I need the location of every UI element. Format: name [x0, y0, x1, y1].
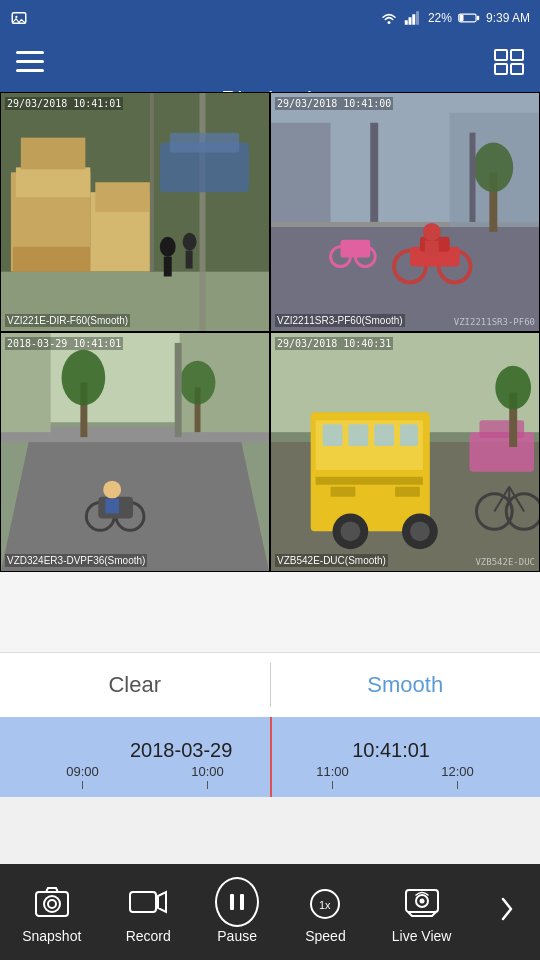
svg-rect-23 — [13, 247, 90, 272]
battery-text: 22% — [428, 11, 452, 25]
pause-icon — [215, 880, 259, 924]
svg-rect-80 — [331, 487, 356, 497]
tick-line-11 — [332, 781, 333, 789]
time-display: 9:39 AM — [486, 11, 530, 25]
tick-label-10: 10:00 — [191, 764, 224, 779]
svg-marker-99 — [158, 892, 166, 912]
speed-icon: 1x — [303, 880, 347, 924]
svg-point-42 — [473, 143, 513, 193]
svg-point-94 — [495, 366, 531, 410]
snapshot-icon — [30, 880, 74, 924]
quality-toggle-bar: Clear Smooth — [0, 652, 540, 717]
cam4-timestamp: 29/03/2018 10:40:31 — [275, 337, 393, 350]
smooth-button[interactable]: Smooth — [271, 653, 541, 717]
svg-rect-78 — [400, 424, 418, 446]
camera-cell-3[interactable]: 2018-03-29 10:41:01 VZD324ER3-DVPF36(Smo… — [0, 332, 270, 572]
svg-rect-81 — [395, 487, 420, 497]
svg-point-96 — [44, 896, 60, 912]
liveview-button[interactable]: Live View — [386, 880, 458, 944]
tick-label-12: 12:00 — [441, 764, 474, 779]
speed-button[interactable]: 1x Speed — [297, 880, 353, 944]
bottom-toolbar: Snapshot Record Pause 1x — [0, 864, 540, 960]
svg-rect-11 — [16, 60, 44, 63]
svg-point-97 — [48, 900, 56, 908]
layout-button[interactable] — [494, 49, 524, 79]
status-right: 22% 9:39 AM — [380, 11, 530, 25]
svg-rect-92 — [479, 420, 524, 438]
pause-button[interactable]: Pause — [209, 880, 265, 944]
chevron-right-icon — [500, 895, 514, 923]
svg-point-47 — [423, 223, 441, 241]
svg-rect-5 — [412, 14, 415, 25]
svg-rect-79 — [316, 477, 423, 485]
tick-12: 12:00 — [395, 764, 520, 789]
svg-rect-52 — [370, 123, 378, 222]
pause-label: Pause — [217, 928, 257, 944]
svg-rect-15 — [495, 64, 507, 74]
layout-icon — [494, 49, 524, 75]
cam3-label: VZD324ER3-DVPF36(Smooth) — [5, 554, 147, 567]
cam4-watermark: VZB542E-DUC — [475, 557, 535, 567]
svg-rect-22 — [21, 138, 86, 170]
playback-spacer — [0, 572, 540, 652]
timeline-bar[interactable]: 2018-03-29 10:41:01 09:00 10:00 11:00 12… — [0, 717, 540, 797]
svg-rect-98 — [130, 892, 156, 912]
svg-rect-64 — [175, 343, 182, 437]
svg-point-63 — [180, 361, 216, 405]
cam2-timestamp: 29/03/2018 10:41:00 — [275, 97, 393, 110]
cam3-timestamp: 2018-03-29 10:41:01 — [5, 337, 123, 350]
clear-button[interactable]: Clear — [0, 653, 270, 717]
more-button[interactable] — [490, 885, 524, 939]
camera-cell-4[interactable]: 29/03/2018 10:40:31 VZB542E-DUC(Smooth) … — [270, 332, 540, 572]
menu-button[interactable] — [16, 51, 44, 77]
signal-icon — [404, 11, 422, 25]
tick-10: 10:00 — [145, 764, 270, 789]
svg-rect-10 — [16, 51, 44, 54]
svg-rect-16 — [511, 64, 523, 74]
cam1-timestamp: 29/03/2018 10:41:01 — [5, 97, 123, 110]
svg-rect-6 — [416, 11, 419, 25]
svg-rect-51 — [340, 240, 370, 258]
wifi-icon — [380, 11, 398, 25]
record-button[interactable]: Record — [120, 880, 177, 944]
svg-rect-21 — [16, 167, 90, 197]
tick-label-09: 09:00 — [66, 764, 99, 779]
status-left — [10, 9, 28, 27]
app-header: Playback — [0, 36, 540, 92]
svg-rect-25 — [95, 182, 150, 212]
svg-rect-14 — [511, 50, 523, 60]
svg-rect-12 — [16, 69, 44, 72]
svg-marker-56 — [1, 432, 269, 571]
svg-rect-4 — [408, 17, 411, 25]
timeline-cursor — [270, 717, 272, 797]
svg-point-61 — [62, 350, 106, 406]
timeline-date: 2018-03-29 — [130, 739, 232, 762]
snapshot-button[interactable]: Snapshot — [16, 880, 87, 944]
svg-rect-39 — [271, 123, 331, 222]
svg-point-83 — [340, 521, 360, 541]
svg-rect-69 — [105, 499, 119, 514]
svg-point-30 — [183, 233, 197, 251]
hamburger-icon — [16, 51, 44, 73]
cam1-label: VZI221E-DIR-F60(Smooth) — [5, 314, 130, 327]
svg-rect-26 — [200, 93, 206, 331]
camera-grid: 29/03/2018 10:41:01 VZI221E-DIR-F60(Smoo… — [0, 92, 540, 572]
svg-rect-100 — [230, 894, 234, 910]
tick-line-10 — [207, 781, 208, 789]
svg-point-68 — [103, 481, 121, 499]
timeline-time: 10:41:01 — [352, 739, 430, 762]
svg-rect-29 — [164, 257, 172, 277]
svg-rect-77 — [374, 424, 394, 446]
tick-11: 11:00 — [270, 764, 395, 789]
svg-rect-27 — [150, 93, 154, 272]
camera-cell-1[interactable]: 29/03/2018 10:41:01 VZI221E-DIR-F60(Smoo… — [0, 92, 270, 332]
svg-point-28 — [160, 237, 176, 257]
camera-cell-2[interactable]: 29/03/2018 10:41:00 VZI2211SR3-PF60(Smoo… — [270, 92, 540, 332]
svg-text:1x: 1x — [319, 899, 331, 911]
tick-line-09 — [82, 781, 83, 789]
cam4-label: VZB542E-DUC(Smooth) — [275, 554, 388, 567]
tick-09: 09:00 — [20, 764, 145, 789]
svg-point-106 — [419, 899, 424, 904]
svg-rect-8 — [477, 16, 479, 21]
cam2-label: VZI2211SR3-PF60(Smooth) — [275, 314, 405, 327]
